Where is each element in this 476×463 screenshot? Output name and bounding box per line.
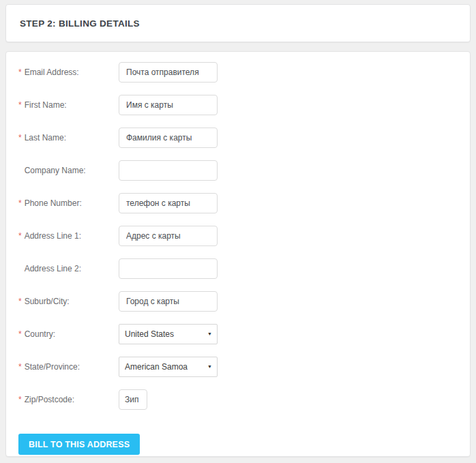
field-label: *Address Line 1: [18,231,119,241]
phone-number-label: Phone Number: [25,198,82,208]
country-label: Country: [25,329,55,339]
form-row-company-name: *Company Name: [18,160,458,181]
field-label: *Zip/Postcode: [18,395,119,404]
required-asterisk: * [18,297,22,306]
phone-number-input[interactable] [119,193,218,213]
field-label: *Company Name: [18,166,119,175]
billing-details-form: *Email Address: *First Name: *Last Name:… [5,51,471,457]
company-name-label: Company Name: [25,166,86,175]
address-line-1-input[interactable] [119,226,218,246]
address-line-2-input[interactable] [119,258,218,279]
billing-step-header: STEP 2: BILLING DETAILS [5,4,471,42]
field-label: *State/Province: [18,362,119,372]
field-label: *Country: [18,329,119,339]
field-label: *Suburb/City: [18,297,119,306]
first-name-label: First Name: [25,100,67,110]
suburb-city-label: Suburb/City: [25,297,70,306]
field-label: *Last Name: [18,133,119,143]
form-row-country: *Country: United States▼ [18,324,458,344]
form-row-last-name: *Last Name: [18,128,458,148]
required-asterisk: * [18,231,22,241]
field-label: *Phone Number: [18,198,119,208]
last-name-label: Last Name: [25,133,66,143]
first-name-input[interactable] [119,95,218,115]
page-title: STEP 2: BILLING DETAILS [20,18,140,29]
state-province-select-wrap: American Samoa▼ [119,357,218,377]
zip-postcode-input[interactable] [119,389,147,410]
form-row-email: *Email Address: [18,62,458,83]
form-row-address-line-2: *Address Line 2: [18,258,458,279]
state-province-select[interactable]: American Samoa [119,357,218,377]
country-select-wrap: United States▼ [119,324,218,344]
address-line-2-label: Address Line 2: [25,264,81,273]
required-asterisk: * [18,329,22,339]
email-input[interactable] [119,62,218,83]
form-row-first-name: *First Name: [18,95,458,115]
suburb-city-input[interactable] [119,291,218,312]
country-select[interactable]: United States [119,324,218,344]
field-label: *Email Address: [18,68,119,77]
state-province-label: State/Province: [25,362,80,372]
required-asterisk: * [18,68,22,77]
address-line-1-label: Address Line 1: [25,231,81,241]
form-row-state-province: *State/Province: American Samoa▼ [18,357,458,377]
form-row-zip-postcode: *Zip/Postcode: [18,389,458,410]
email-label: Email Address: [25,68,79,77]
form-row-suburb-city: *Suburb/City: [18,291,458,312]
required-asterisk: * [18,133,22,143]
bill-to-this-address-button[interactable]: BILL TO THIS ADDRESS [18,434,140,455]
form-row-address-line-1: *Address Line 1: [18,226,458,246]
required-asterisk: * [18,100,22,110]
company-name-input[interactable] [119,160,218,181]
last-name-input[interactable] [119,128,218,148]
field-label: *First Name: [18,100,119,110]
required-asterisk: * [18,362,22,372]
required-asterisk: * [18,395,22,404]
field-label: *Address Line 2: [18,264,119,273]
zip-postcode-label: Zip/Postcode: [25,395,74,404]
form-fields: *Email Address: *First Name: *Last Name:… [18,62,458,410]
form-row-phone-number: *Phone Number: [18,193,458,213]
required-asterisk: * [18,198,22,208]
